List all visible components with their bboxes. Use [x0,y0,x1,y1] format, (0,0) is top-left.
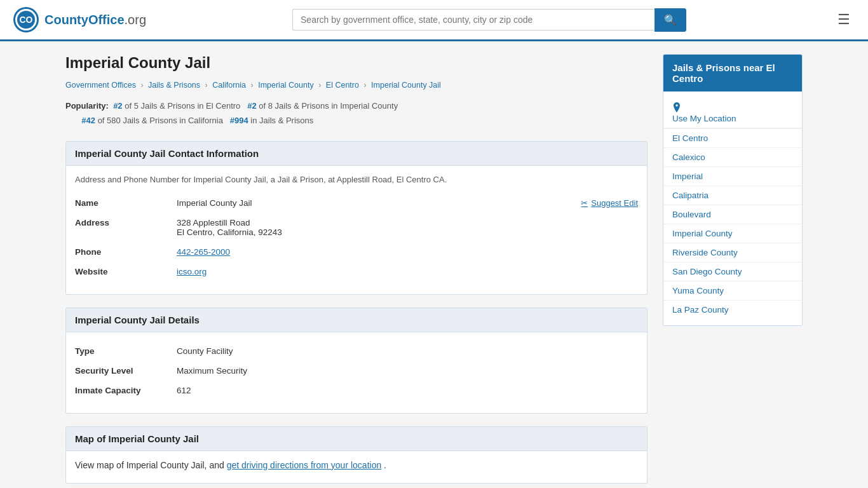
list-item: Yuma County [663,281,802,301]
search-icon: 🔍 [664,15,677,25]
table-row: Address 328 Applestill Road El Centro, C… [75,213,638,242]
sidebar-header: Jails & Prisons near El Centro [663,55,802,92]
header: CO CountyOffice.org 🔍 ☰ [0,0,868,41]
phone-value: 442-265-2000 [177,242,638,262]
sidebar-link-san-diego-county[interactable]: San Diego County [663,262,802,281]
phone-link[interactable]: 442-265-2000 [177,247,230,257]
use-location-link[interactable]: Use My Location [663,98,802,128]
details-section-body: Type County Facility Security Level Maxi… [65,332,648,414]
list-item: El Centro [663,129,802,148]
table-row: Website icso.org [75,262,638,281]
map-section-header: Map of Imperial County Jail [65,426,648,451]
map-description: View map of Imperial County Jail, and ge… [75,460,638,470]
table-row: Name Imperial County Jail ✂ Suggest Edit [75,193,638,213]
table-row: Phone 442-265-2000 [75,242,638,262]
logo-icon: CO [13,6,39,33]
sidebar-link-boulevard[interactable]: Boulevard [663,205,802,224]
list-item: Boulevard [663,205,802,224]
list-item: Calipatria [663,186,802,205]
popularity: Popularity: #2 of 5 Jails & Prisons in E… [65,98,648,128]
breadcrumb-gov-offices[interactable]: Government Offices [65,81,136,90]
capacity-label: Inmate Capacity [75,381,177,400]
map-section-body: View map of Imperial County Jail, and ge… [65,451,648,484]
contact-section-header: Imperial County Jail Contact Information [65,141,648,166]
logo-area: CO CountyOffice.org [13,6,146,33]
search-area: 🔍 [292,8,686,32]
search-button[interactable]: 🔍 [654,8,686,32]
sidebar-link-yuma-county[interactable]: Yuma County [663,281,802,300]
address-label: Address [75,213,177,242]
website-label: Website [75,262,177,281]
type-label: Type [75,341,177,361]
address-value: 328 Applestill Road El Centro, Californi… [177,213,638,242]
location-pin-icon [672,102,681,114]
list-item: Calexico [663,148,802,167]
sidebar-link-la-paz-county[interactable]: La Paz County [663,301,802,319]
menu-button[interactable]: ☰ [832,9,855,30]
table-row: Inmate Capacity 612 [75,381,638,400]
breadcrumb-el-centro[interactable]: El Centro [326,81,359,90]
breadcrumb-imperial-county[interactable]: Imperial County [258,81,314,90]
breadcrumb-jails[interactable]: Jails & Prisons [148,81,200,90]
phone-label: Phone [75,242,177,262]
sidebar-link-imperial[interactable]: Imperial [663,167,802,186]
edit-icon: ✂ [581,198,588,208]
sidebar-link-el-centro[interactable]: El Centro [663,129,802,147]
details-section-header: Imperial County Jail Details [65,308,648,332]
sidebar-box: Jails & Prisons near El Centro Use My Lo… [663,54,803,326]
details-table: Type County Facility Security Level Maxi… [75,341,638,400]
use-location-item: Use My Location [663,98,802,129]
type-value: County Facility [177,341,638,361]
table-row: Security Level Maximum Security [75,361,638,381]
security-value: Maximum Security [177,361,638,381]
page-title: Imperial County Jail [65,54,648,72]
driving-directions-link[interactable]: get driving directions from your locatio… [227,460,382,470]
sidebar-link-imperial-county[interactable]: Imperial County [663,224,802,243]
name-label: Name [75,193,177,213]
sidebar: Jails & Prisons near El Centro Use My Lo… [663,54,803,326]
list-item: San Diego County [663,262,802,281]
name-value: Imperial County Jail ✂ Suggest Edit [177,193,638,213]
sidebar-link-calexico[interactable]: Calexico [663,148,802,166]
search-input[interactable] [292,9,654,30]
breadcrumb: Government Offices › Jails & Prisons › C… [65,81,648,90]
breadcrumb-california[interactable]: California [212,81,246,90]
sidebar-link-riverside-county[interactable]: Riverside County [663,243,802,262]
security-label: Security Level [75,361,177,381]
suggest-edit-button[interactable]: ✂ Suggest Edit [581,198,638,208]
contact-section-body: Address and Phone Number for Imperial Co… [65,166,648,295]
list-item: Imperial County [663,224,802,243]
list-item: La Paz County [663,301,802,319]
logo-text: CountyOffice.org [44,13,146,27]
svg-text:CO: CO [20,15,33,25]
list-item: Riverside County [663,243,802,262]
website-value: icso.org [177,262,638,281]
menu-icon: ☰ [837,11,850,27]
contact-table: Name Imperial County Jail ✂ Suggest Edit… [75,193,638,281]
table-row: Type County Facility [75,341,638,361]
breadcrumb-imperial-jail[interactable]: Imperial County Jail [371,81,441,90]
website-link[interactable]: icso.org [177,267,207,276]
list-item: Imperial [663,167,802,186]
content: Imperial County Jail Government Offices … [65,54,648,488]
sidebar-link-calipatria[interactable]: Calipatria [663,186,802,205]
sidebar-list: Use My Location El Centro Calexico Imper… [663,92,802,325]
capacity-value: 612 [177,381,638,400]
contact-description: Address and Phone Number for Imperial Co… [75,175,638,184]
main-container: Imperial County Jail Government Offices … [53,41,815,488]
